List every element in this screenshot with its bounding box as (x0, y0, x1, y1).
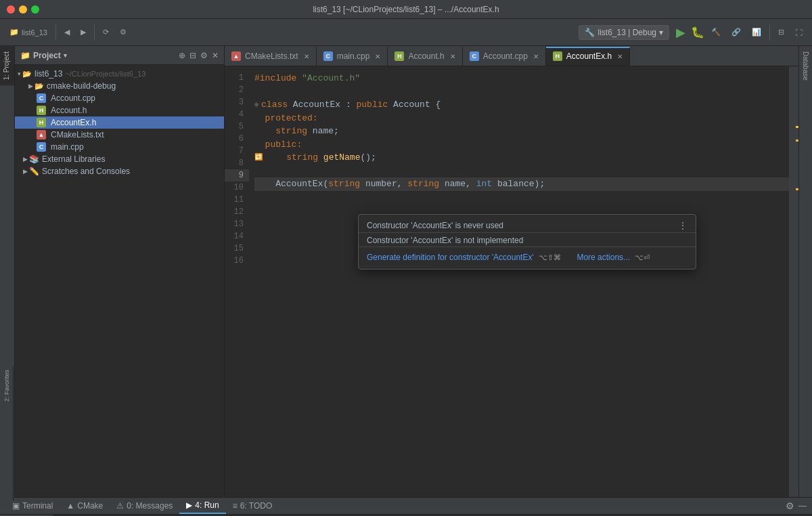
tree-scratches[interactable]: ▶ ✏️ Scratches and Consoles (15, 165, 224, 177)
toolbar-separator-3 (769, 24, 770, 41)
tree-cmakelists[interactable]: ▲ CMakeLists.txt (15, 129, 224, 141)
run-settings-button[interactable]: ⚙ (786, 500, 794, 511)
toolbar: 📁 list6_13 ◀ ▶ ⟳ ⚙ 🔧 list6_13 | Debug ▾ … (0, 19, 812, 46)
tree-root[interactable]: ▾ 📂 list6_13 ~/CLionProjects/list6_13 (15, 68, 224, 80)
tree-account-cpp[interactable]: C Account.cpp (15, 92, 224, 104)
accountex-h-label: AccountEx.h (51, 118, 96, 127)
navigate-back[interactable]: ◀ (60, 25, 74, 39)
tab-accountex-h[interactable]: H AccountEx.h ✕ (546, 47, 630, 66)
h-icon: H (37, 106, 48, 115)
run-tab[interactable]: ▶ 4: Run (179, 498, 225, 514)
structure-sidebar-spacer (0, 366, 14, 501)
hint-action-link[interactable]: Generate definition for constructor 'Acc… (367, 253, 534, 262)
close-button[interactable] (7, 5, 15, 14)
cmake-tab[interactable]: ▲ CMake (60, 498, 110, 513)
editor-scrollbar[interactable] (789, 66, 798, 497)
cpp-icon: C (37, 93, 48, 103)
main-cpp-icon: C (37, 142, 48, 152)
close-panel-icon[interactable]: ✕ (212, 51, 219, 60)
hint-actions: Generate definition for constructor 'Acc… (359, 247, 696, 269)
minimize-button[interactable] (19, 5, 27, 14)
maximize-button[interactable] (31, 5, 39, 14)
tree-account-h[interactable]: H Account.h (15, 104, 224, 116)
run-config-dropdown[interactable]: 🔧 list6_13 | Debug ▾ (579, 25, 669, 40)
tree-accountex-h[interactable]: H AccountEx.h (15, 116, 224, 129)
sidebar-item-project[interactable]: 1: Project (0, 46, 14, 85)
project-header-icons: ⊕ ⊟ ⚙ ✕ (179, 51, 219, 60)
messages-tab[interactable]: ⚠ 0: Messages (110, 498, 179, 513)
coverage-button[interactable]: 📊 (748, 25, 765, 39)
locate-file-icon[interactable]: ⊕ (179, 51, 185, 60)
code-content[interactable]: #include "Account.h" ◉class AccountEx : … (249, 66, 789, 497)
project-icon: 📂 (22, 70, 32, 79)
cmake-bottom-label: CMake (77, 501, 103, 511)
collapse-all-icon[interactable]: ⊟ (189, 51, 196, 60)
tab-cmakelists[interactable]: ▲ CMakeLists.txt ✕ (225, 47, 317, 66)
run-panel-close[interactable]: — (798, 501, 807, 511)
messages-label: 0: Messages (127, 501, 173, 511)
sync-button[interactable]: ⟳ (99, 25, 113, 39)
terminal-tab[interactable]: ▣ Terminal (5, 498, 60, 513)
line-numbers: 1 2 3 4 5 6 7 8 9 10 11 12 13 14 15 16 (225, 66, 249, 497)
run-tab-label: 4: Run (195, 500, 219, 510)
cmakelists-label: CMakeLists.txt (51, 130, 104, 139)
split-button[interactable]: ⊟ (774, 25, 788, 39)
run-tab-icon: ▶ (186, 500, 192, 510)
tab-close-account-cpp[interactable]: ✕ (533, 53, 539, 60)
run-config-label: list6_13 | Debug (597, 28, 656, 37)
build-button[interactable]: 🔨 (707, 25, 725, 39)
code-editor[interactable]: 1 2 3 4 5 6 7 8 9 10 11 12 13 14 15 16 #… (225, 66, 798, 497)
bottom-panel: ▣ Terminal ▲ CMake ⚠ 0: Messages ▶ 4: Ru… (0, 497, 812, 516)
cmake-tab-icon: ▲ (231, 51, 241, 61)
database-label: Database (802, 51, 809, 81)
tab-main-cpp[interactable]: C main.cpp ✕ (317, 47, 388, 66)
tab-close-cmake[interactable]: ✕ (304, 53, 309, 60)
tab-account-cpp[interactable]: C Account.cpp ✕ (463, 47, 546, 66)
scroll-mark-3 (796, 188, 798, 190)
navigate-forward[interactable]: ▶ (76, 25, 90, 39)
toolbar-separator-2 (94, 24, 95, 41)
tree-external-libs[interactable]: ▶ 📚 External Libraries (15, 153, 224, 165)
run-button[interactable]: ▶ (676, 25, 685, 40)
settings-icon[interactable]: ⚙ (200, 51, 208, 60)
tree-main-cpp[interactable]: C main.cpp (15, 141, 224, 153)
tree-arrow-ext: ▶ (23, 156, 28, 163)
cmake-build-label: cmake-build-debug (47, 81, 116, 91)
database-panel[interactable]: Database (798, 46, 812, 497)
hint-popup: Constructor 'AccountEx' is never used ⋮ … (358, 214, 696, 270)
hex-icon: H (37, 118, 48, 127)
tab-account-h[interactable]: H Account.h ✕ (388, 47, 462, 66)
terminal-icon: ▣ (12, 501, 20, 511)
folder-icon-cmake: 📂 (35, 82, 44, 91)
tab-close-main[interactable]: ✕ (375, 53, 380, 60)
tab-close-accountex[interactable]: ✕ (617, 53, 623, 60)
settings-button[interactable]: ⚙ (116, 25, 131, 39)
hint-menu-icon[interactable]: ⋮ (678, 220, 687, 231)
tab-label-accountex: AccountEx.h (566, 51, 612, 61)
tree-cmake-build[interactable]: ▶ 📂 cmake-build-debug (15, 80, 224, 92)
terminal-label: Terminal (22, 501, 53, 511)
todo-label: 6: TODO (240, 501, 273, 511)
cmake-icon: ▲ (37, 130, 48, 139)
fullscreen-button[interactable]: ⛶ (791, 26, 807, 39)
attach-button[interactable]: 🔗 (727, 25, 745, 39)
project-label: list6_13 (22, 28, 47, 37)
hint-action-shortcut: ⌥⇧⌘ (539, 253, 561, 261)
external-libs-icon: 📚 (29, 154, 39, 164)
project-selector[interactable]: 📁 list6_13 (5, 25, 51, 39)
hint-more-link[interactable]: More actions... (577, 253, 630, 262)
project-tree: ▾ 📂 list6_13 ~/CLionProjects/list6_13 ▶ … (15, 65, 224, 497)
traffic-lights[interactable] (7, 5, 39, 14)
tab-label-account-cpp: Account.cpp (483, 51, 528, 61)
tabs-bar: ▲ CMakeLists.txt ✕ C main.cpp ✕ H Accoun… (225, 46, 798, 66)
scroll-mark-1 (796, 126, 798, 128)
external-libs-label: External Libraries (42, 154, 105, 164)
tab-label-cmake: CMakeLists.txt (245, 51, 298, 61)
root-label: list6_13 (35, 69, 62, 79)
tab-close-account-h[interactable]: ✕ (450, 53, 455, 60)
account-cpp-label: Account.cpp (51, 93, 95, 103)
todo-tab[interactable]: ≡ 6: TODO (226, 498, 279, 513)
tab-label-main: main.cpp (337, 51, 370, 61)
debug-button[interactable]: 🐛 (691, 26, 704, 39)
project-folder-icon: 📁 (9, 28, 19, 37)
